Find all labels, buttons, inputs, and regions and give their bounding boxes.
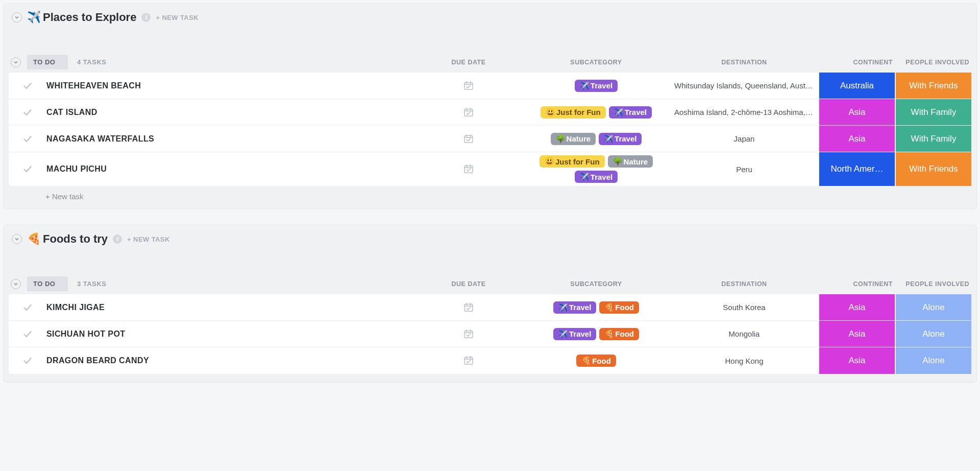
subcategory-cell[interactable]: ✈️Travel🍕Food <box>522 325 670 343</box>
tag-emoji: 🍕 <box>581 356 591 365</box>
destination-cell[interactable]: Japan <box>670 134 818 143</box>
task-row[interactable]: KIMCHI JIGAE✈️Travel🍕FoodSouth KoreaAsia… <box>9 294 971 321</box>
info-icon[interactable]: i <box>113 234 122 244</box>
subcategory-cell[interactable]: 🌳Nature✈️Travel <box>522 130 670 148</box>
collapse-toggle[interactable] <box>12 12 22 22</box>
destination-cell[interactable]: Aoshima Island, 2-chōme-13 Aoshima, … <box>670 108 818 116</box>
tag-travel[interactable]: ✈️Travel <box>553 328 596 340</box>
people-cell[interactable]: Alone <box>895 321 971 347</box>
complete-toggle[interactable] <box>9 107 37 117</box>
people-cell[interactable]: Alone <box>895 294 971 320</box>
continent-cell[interactable]: Asia <box>818 294 895 320</box>
complete-toggle[interactable] <box>9 356 37 366</box>
task-name[interactable]: WHITEHEAVEN BEACH <box>37 81 415 90</box>
tag-food[interactable]: 🍕Food <box>576 355 616 367</box>
tag-food[interactable]: 🍕Food <box>599 301 639 314</box>
new-task-button-top[interactable]: + NEW TASK <box>156 14 199 21</box>
col-due-date[interactable]: DUE DATE <box>415 280 522 288</box>
continent-cell[interactable]: Asia <box>818 321 895 347</box>
section-title[interactable]: ✈️Places to Explore <box>27 11 136 24</box>
task-row[interactable]: DRAGON BEARD CANDY🍕FoodHong KongAsiaAlon… <box>9 347 971 374</box>
due-date-cell[interactable] <box>415 302 522 313</box>
task-count: 4 TASKS <box>68 58 415 66</box>
tag-fun[interactable]: 😃Just for Fun <box>540 155 605 168</box>
col-continent[interactable]: CONTINENT <box>818 280 895 288</box>
task-row[interactable]: SICHUAN HOT POT✈️Travel🍕FoodMongoliaAsia… <box>9 321 971 347</box>
people-cell[interactable]: With Family <box>895 99 971 125</box>
task-row[interactable]: WHITEHEAVEN BEACH✈️TravelWhitsunday Isla… <box>9 73 971 99</box>
tag-travel[interactable]: ✈️Travel <box>553 301 596 314</box>
subcategory-cell[interactable]: 🍕Food <box>522 351 670 370</box>
svg-rect-3 <box>464 166 473 173</box>
complete-toggle[interactable] <box>9 164 37 174</box>
destination-cell[interactable]: Hong Kong <box>670 357 818 365</box>
due-date-cell[interactable] <box>415 163 522 175</box>
task-name[interactable]: MACHU PICHU <box>37 164 415 174</box>
tag-food[interactable]: 🍕Food <box>599 328 639 340</box>
complete-toggle[interactable] <box>9 134 37 144</box>
task-name[interactable]: NAGASAKA WATERFALLS <box>37 134 415 144</box>
info-icon[interactable]: i <box>141 13 151 22</box>
people-cell[interactable]: With Family <box>895 126 971 152</box>
new-task-button-top[interactable]: + NEW TASK <box>127 236 170 243</box>
group-collapse-toggle[interactable] <box>11 57 21 67</box>
due-date-cell[interactable] <box>415 133 522 145</box>
col-people[interactable]: PEOPLE INVOLVED <box>895 280 971 288</box>
complete-toggle[interactable] <box>9 302 37 313</box>
continent-cell[interactable]: North Amer… <box>818 152 895 186</box>
col-destination[interactable]: DESTINATION <box>670 59 818 66</box>
due-date-cell[interactable] <box>415 355 522 366</box>
task-name[interactable]: CAT ISLAND <box>37 108 415 117</box>
destination-cell[interactable]: Mongolia <box>670 329 818 338</box>
col-people[interactable]: PEOPLE INVOLVED <box>895 59 971 66</box>
task-table: TO DO4 TASKSDUE DATESUBCATEGORYDESTINATI… <box>9 55 971 201</box>
col-subcategory[interactable]: SUBCATEGORY <box>522 59 670 66</box>
section: 🍕Foods to tryi+ NEW TASKTO DO3 TASKSDUE … <box>3 225 977 383</box>
task-name[interactable]: DRAGON BEARD CANDY <box>37 356 415 365</box>
destination-cell[interactable]: Peru <box>670 165 818 174</box>
task-name[interactable]: KIMCHI JIGAE <box>37 303 415 312</box>
tag-label: Just for Fun <box>556 108 601 116</box>
task-row[interactable]: NAGASAKA WATERFALLS🌳Nature✈️TravelJapanA… <box>9 126 971 152</box>
people-cell[interactable]: Alone <box>895 347 971 374</box>
new-task-button-bottom[interactable]: + New task <box>9 186 971 201</box>
due-date-cell[interactable] <box>415 328 522 340</box>
tag-nature[interactable]: 🌳Nature <box>608 155 653 168</box>
task-name[interactable]: SICHUAN HOT POT <box>37 329 415 339</box>
due-date-cell[interactable] <box>415 107 522 118</box>
continent-cell[interactable]: Asia <box>818 99 895 125</box>
task-row[interactable]: CAT ISLAND😃Just for Fun✈️TravelAoshima I… <box>9 99 971 126</box>
subcategory-cell[interactable]: 😃Just for Fun✈️Travel <box>522 103 670 122</box>
col-continent[interactable]: CONTINENT <box>818 59 895 66</box>
people-cell[interactable]: With Friends <box>895 152 971 186</box>
tag-label: Just for Fun <box>555 157 600 166</box>
col-destination[interactable]: DESTINATION <box>670 280 818 288</box>
subcategory-cell[interactable]: 😃Just for Fun🌳Nature✈️Travel <box>522 152 670 186</box>
collapse-toggle[interactable] <box>12 234 22 244</box>
complete-toggle[interactable] <box>9 81 37 91</box>
section-title[interactable]: 🍕Foods to try <box>27 232 108 246</box>
complete-toggle[interactable] <box>9 329 37 339</box>
group-collapse-toggle[interactable] <box>11 279 21 289</box>
col-subcategory[interactable]: SUBCATEGORY <box>522 280 670 288</box>
tag-fun[interactable]: 😃Just for Fun <box>541 106 606 119</box>
subcategory-cell[interactable]: ✈️Travel <box>522 77 670 95</box>
tag-emoji: ✈️ <box>558 329 568 339</box>
destination-cell[interactable]: South Korea <box>670 303 818 312</box>
col-due-date[interactable]: DUE DATE <box>415 59 522 66</box>
tag-travel[interactable]: ✈️Travel <box>575 171 618 183</box>
continent-cell[interactable]: Australia <box>818 73 895 99</box>
status-chip[interactable]: TO DO <box>27 276 68 291</box>
continent-cell[interactable]: Asia <box>818 347 895 374</box>
continent-cell[interactable]: Asia <box>818 126 895 152</box>
tag-travel[interactable]: ✈️Travel <box>575 80 618 92</box>
status-chip[interactable]: TO DO <box>27 55 68 69</box>
subcategory-cell[interactable]: ✈️Travel🍕Food <box>522 298 670 317</box>
people-cell[interactable]: With Friends <box>895 73 971 99</box>
due-date-cell[interactable] <box>415 80 522 91</box>
tag-travel[interactable]: ✈️Travel <box>609 106 652 119</box>
tag-travel[interactable]: ✈️Travel <box>599 133 642 145</box>
destination-cell[interactable]: Whitsunday Islands, Queensland, Austr… <box>670 81 818 90</box>
task-row[interactable]: MACHU PICHU😃Just for Fun🌳Nature✈️TravelP… <box>9 152 971 186</box>
tag-nature[interactable]: 🌳Nature <box>551 133 596 145</box>
